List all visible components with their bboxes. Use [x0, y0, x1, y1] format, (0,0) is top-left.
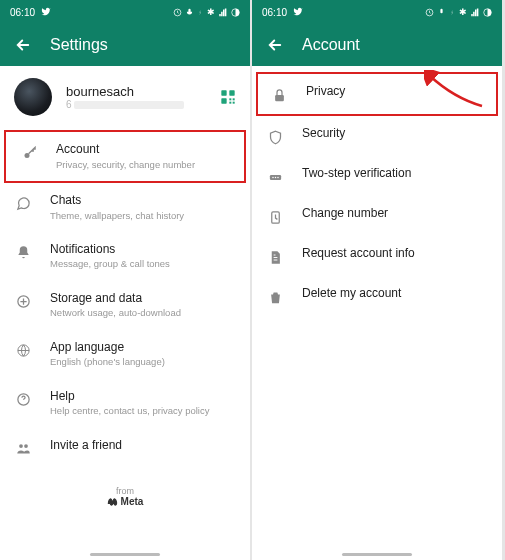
- svg-point-14: [24, 444, 28, 448]
- svg-rect-7: [229, 102, 231, 104]
- svg-rect-6: [233, 98, 235, 100]
- qr-icon[interactable]: [220, 89, 236, 105]
- profile-row[interactable]: bournesach 6: [0, 66, 250, 126]
- row-two-step[interactable]: Two-step verification: [252, 156, 502, 196]
- footer: from Meta: [0, 472, 250, 521]
- status-bar: 06:10 ✱: [0, 0, 250, 24]
- svg-point-19: [272, 176, 274, 178]
- lock-icon: [270, 86, 288, 104]
- twitter-icon: [293, 7, 303, 17]
- sim-icon: [266, 208, 284, 226]
- row-language[interactable]: App languageEnglish (phone's language): [0, 330, 250, 379]
- svg-point-20: [274, 176, 276, 178]
- row-account[interactable]: AccountPrivacy, security, change number: [4, 130, 246, 183]
- status-bar: 06:10 ✱: [252, 0, 502, 24]
- svg-rect-2: [221, 90, 226, 95]
- svg-rect-17: [275, 94, 284, 100]
- shield-icon: [266, 128, 284, 146]
- meta-brand: Meta: [0, 496, 250, 507]
- svg-rect-5: [229, 98, 231, 100]
- row-chats[interactable]: ChatsTheme, wallpapers, chat history: [0, 183, 250, 232]
- row-request-info[interactable]: Request account info: [252, 236, 502, 276]
- data-icon: [14, 293, 32, 311]
- svg-point-21: [277, 176, 279, 178]
- back-icon[interactable]: [14, 36, 32, 54]
- people-icon: [14, 440, 32, 458]
- svg-rect-8: [233, 102, 235, 104]
- back-icon[interactable]: [266, 36, 284, 54]
- nav-handle[interactable]: [90, 553, 160, 556]
- page-title: Account: [302, 36, 360, 54]
- app-bar-settings: Settings: [0, 24, 250, 66]
- row-help[interactable]: HelpHelp centre, contact us, privacy pol…: [0, 379, 250, 428]
- doc-icon: [266, 248, 284, 266]
- help-icon: [14, 391, 32, 409]
- profile-sub: 6: [66, 99, 206, 110]
- svg-rect-4: [221, 98, 226, 103]
- globe-icon: [14, 342, 32, 360]
- status-time: 06:10: [10, 7, 35, 18]
- phone-left: 06:10 ✱ Settings bournesach 6 Acc: [0, 0, 250, 560]
- row-sub: Privacy, security, change number: [56, 159, 230, 171]
- app-bar-account: Account: [252, 24, 502, 66]
- bell-icon: [14, 244, 32, 262]
- row-change-number[interactable]: Change number: [252, 196, 502, 236]
- status-right: ✱: [425, 7, 492, 17]
- nav-handle[interactable]: [342, 553, 412, 556]
- settings-list: AccountPrivacy, security, change number …: [0, 126, 250, 472]
- pin-icon: [266, 168, 284, 186]
- row-privacy[interactable]: Privacy: [256, 72, 498, 116]
- status-right: ✱: [173, 7, 240, 17]
- twitter-icon: [41, 7, 51, 17]
- row-delete-account[interactable]: Delete my account: [252, 276, 502, 316]
- page-title: Settings: [50, 36, 108, 54]
- profile-name: bournesach: [66, 84, 206, 99]
- phone-right: 06:10 ✱ Account Privacy Security Two-st: [252, 0, 502, 560]
- row-notifications[interactable]: NotificationsMessage, group & call tones: [0, 232, 250, 281]
- chat-icon: [14, 195, 32, 213]
- svg-point-13: [19, 444, 23, 448]
- key-icon: [20, 144, 38, 162]
- row-label: Account: [56, 142, 230, 158]
- account-list: Privacy Security Two-step verification C…: [252, 66, 502, 320]
- row-security[interactable]: Security: [252, 116, 502, 156]
- trash-icon: [266, 288, 284, 306]
- row-invite[interactable]: Invite a friend: [0, 428, 250, 468]
- avatar: [14, 78, 52, 116]
- svg-rect-3: [229, 90, 234, 95]
- row-storage[interactable]: Storage and dataNetwork usage, auto-down…: [0, 281, 250, 330]
